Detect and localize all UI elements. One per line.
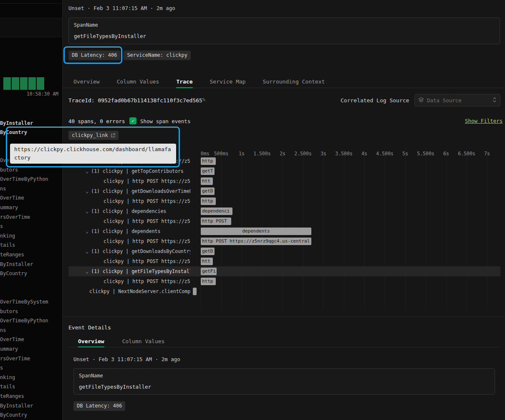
trace-row-name: ⌄(1) clickpy | dependencies: [68, 206, 190, 216]
show-span-events-checkbox[interactable]: ✓: [129, 117, 136, 124]
timeline-tick-label: 7s: [484, 151, 490, 157]
trace-row[interactable]: clickpy | http POST https://z5nrzhtt: [63, 176, 505, 186]
timeline-tick-label: 4.500s: [376, 151, 394, 157]
sidebar-row-fragment[interactable]: rsOverTime: [0, 214, 48, 224]
sidebar-row-fragment[interactable]: ByInstaller: [0, 403, 48, 412]
sidebar-row-fragment[interactable]: butors: [0, 167, 48, 177]
sidebar-row-fragment[interactable]: teRanges: [0, 252, 48, 261]
tab-trace[interactable]: Trace: [176, 75, 192, 88]
span-duration-bar[interactable]: getD: [201, 248, 215, 255]
sidebar-row-fragment[interactable]: ByInstaller: [0, 261, 48, 271]
timeline-tick-label: 2.500s: [294, 151, 312, 157]
sidebar-row-fragment[interactable]: nking: [0, 374, 48, 384]
timeline-tick-label: 1s: [239, 151, 245, 157]
sidebar-row-fragment[interactable]: ummary: [0, 346, 48, 356]
spans-summary: 40 spans, 0 errors: [68, 118, 125, 124]
trace-row[interactable]: ⌄(1) clickpy | getDownloadsByCountrygetD: [63, 246, 505, 256]
event-detail-panel: Unset · Feb 3 11:07:15 AM · 2m ago SpanN…: [63, 0, 505, 420]
trace-row[interactable]: ⌄(1) clickpy | getFileTypesByInstallerge…: [63, 266, 505, 276]
show-filters-link[interactable]: Show Filters: [465, 118, 502, 124]
timeline-tick-label: 5.500s: [417, 151, 434, 157]
span-duration-bar[interactable]: http POST https://z5nrz9qgc4.us-central: [201, 238, 311, 245]
tab-column-values[interactable]: Column Values: [117, 75, 159, 88]
sidebar-row-fragment[interactable]: OverTimeByPython: [0, 176, 48, 186]
span-duration-bar[interactable]: http: [201, 157, 216, 165]
sidebar-row-fragment[interactable]: tails: [0, 242, 48, 252]
span-duration-bar[interactable]: dependents: [201, 228, 311, 235]
field-value: getFileTypesByInstaller: [79, 384, 151, 390]
event-tab-overview[interactable]: Overview: [78, 335, 104, 347]
sidebar-row-fragment[interactable]: ByCountry: [0, 129, 33, 139]
span-duration-bar[interactable]: htt: [201, 177, 213, 185]
chevron-down-icon[interactable]: ⌄: [86, 169, 88, 174]
sidebar-row-fragment[interactable]: OverTimeByPython: [0, 318, 48, 327]
span-duration-bar[interactable]: htt: [201, 258, 213, 265]
sidebar-row-fragment[interactable]: teRanges: [0, 393, 48, 403]
chevron-down-icon[interactable]: ⌄: [86, 229, 88, 234]
sidebar-row-fragment[interactable]: ByCountry: [0, 271, 48, 280]
trace-row-name: ⌄(1) clickpy | getDownloadsByCountry: [68, 246, 190, 256]
clickpy-link-button[interactable]: clickpy_link: [68, 131, 119, 140]
trace-row-name: clickpy | http POST https://z5nrz: [68, 196, 190, 206]
span-duration-bar[interactable]: [193, 288, 197, 295]
trace-row[interactable]: ⌄(1) clickpy | dependenciesdependenci: [63, 206, 505, 216]
chevron-down-icon[interactable]: ⌄: [86, 209, 88, 214]
sidebar-row-fragment[interactable]: OverTime: [0, 337, 48, 346]
field-label: SpanName: [74, 22, 98, 28]
sidebar-row-fragment[interactable]: ns: [0, 186, 48, 195]
sidebar-row-fragment[interactable]: ns: [0, 327, 48, 337]
chevron-down-icon[interactable]: ⌄: [86, 249, 88, 254]
trace-row[interactable]: clickpy | http POST https://z5nrzhttp PO…: [63, 216, 505, 226]
field-label: SpanName: [79, 373, 103, 379]
trace-row[interactable]: clickpy | http POST https://z5nrzhtt: [63, 256, 505, 266]
tab-service-map[interactable]: Service Map: [210, 75, 246, 88]
span-duration-bar[interactable]: getD: [201, 187, 215, 195]
trace-row-name: clickpy | http POST https://z5nrz: [68, 176, 190, 186]
span-duration-bar[interactable]: http: [201, 278, 216, 285]
event-tab-column-values[interactable]: Column Values: [122, 335, 165, 347]
sidebar-row-fragment[interactable]: butors: [0, 309, 48, 318]
chevron-down-icon[interactable]: ⌄: [86, 189, 88, 194]
span-duration-bar[interactable]: getT: [201, 167, 215, 175]
span-name-label: clickpy | http POST https://z5nrz: [104, 218, 190, 224]
mini-bar-chart[interactable]: [3, 77, 44, 90]
trace-row[interactable]: clickpy | http POST https://z5nrzhttp PO…: [63, 236, 505, 246]
span-name-label: (1) clickpy | getDownloadsOverTimeByS: [91, 188, 190, 194]
sidebar-row-fragment[interactable]: ByInstaller: [0, 120, 33, 129]
span-duration-bar[interactable]: dependenci: [201, 207, 232, 215]
tab-overview[interactable]: Overview: [73, 75, 100, 88]
trace-row-name: ⌄(1) clickpy | dependents: [68, 226, 190, 236]
trace-row[interactable]: clickpy | NextNodeServer.clientCompone: [63, 286, 505, 296]
sidebar-row-fragment[interactable]: s: [0, 365, 48, 374]
edit-pencil-icon[interactable]: ✎: [202, 96, 205, 103]
sidebar-row-fragment[interactable]: OverTimeBySystem: [0, 299, 48, 309]
table-row-divider: [0, 3, 62, 4]
external-link-icon: [111, 133, 115, 138]
db-latency-badge[interactable]: DB Latency: 406: [73, 401, 125, 411]
timeline-tick-label: 3s: [321, 151, 326, 157]
sidebar-row-fragment[interactable]: ByCountry: [0, 412, 48, 420]
sidebar-row-fragment[interactable]: s: [0, 223, 48, 233]
sidebar-row-fragment[interactable]: rsOverTime: [0, 356, 48, 365]
service-name-badge[interactable]: ServiceName: clickpy: [124, 51, 191, 60]
sidebar-row-fragment[interactable]: ummary: [0, 205, 48, 214]
table-fragments-group1: OverTimeBySystembutorsOverTimeByPythonns…: [0, 157, 48, 280]
sidebar-row-fragment[interactable]: OverTime: [0, 195, 48, 205]
chevron-down-icon[interactable]: ⌄: [86, 269, 88, 274]
trace-row[interactable]: clickpy | http POST https://z5nrzhttp: [63, 196, 505, 206]
trace-row[interactable]: ⌄(1) clickpy | dependentsdependents: [63, 226, 505, 236]
span-duration-bar[interactable]: http: [201, 197, 216, 205]
span-duration-bar[interactable]: getFi: [201, 268, 217, 275]
trace-row[interactable]: clickpy | http POST https://z5nrzhttp: [63, 276, 505, 286]
trace-row[interactable]: ⌄(1) clickpy | getTopContributorsgetT: [63, 166, 505, 176]
timeline-tick-label: 500ms: [214, 151, 229, 157]
app-root: 10:58:30 AM ByInstallerByCountry OverTim…: [0, 0, 505, 420]
tab-surrounding-context[interactable]: Surrounding Context: [263, 75, 325, 88]
trace-row[interactable]: ⌄(1) clickpy | getDownloadsOverTimeBySge…: [63, 186, 505, 196]
span-duration-bar[interactable]: http POST: [201, 218, 231, 225]
data-source-select[interactable]: Data Source: [414, 94, 500, 106]
sidebar-row-fragment[interactable]: nking: [0, 233, 48, 243]
sidebar-row-fragment[interactable]: tails: [0, 384, 48, 393]
section-divider: [63, 316, 505, 317]
db-latency-badge[interactable]: DB Latency: 406: [68, 51, 120, 60]
